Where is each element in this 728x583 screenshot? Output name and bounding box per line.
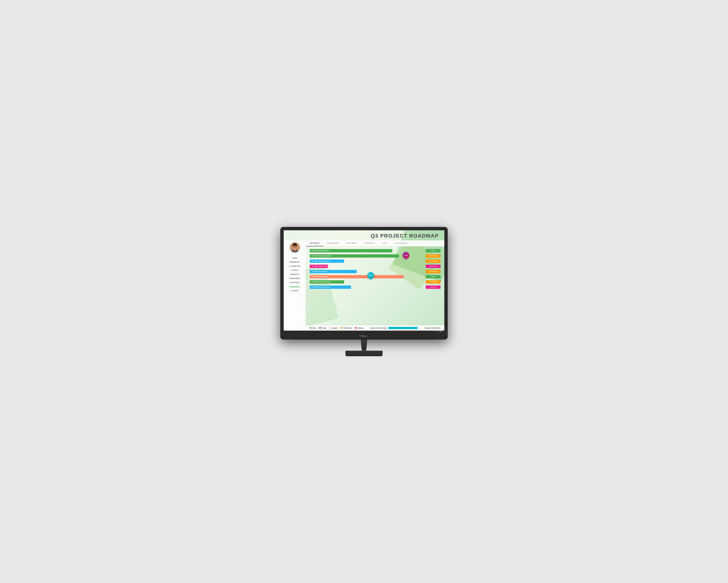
legend-label-support: Support — [332, 327, 338, 329]
screen-content: Q3 PROJECT ROADMAP — [284, 230, 444, 331]
table-row: Job 88641: CEO Presentation IN PROGRESS — [310, 280, 441, 284]
indicator-dot-3 — [437, 331, 438, 332]
gantt-bar-container: Job 4568: Tutorial Pages — [310, 275, 424, 278]
stand-base — [345, 351, 383, 356]
bottom-bar: Inbox Travel Support — [306, 325, 444, 331]
status-badge-8: ON HOLD — [426, 285, 441, 289]
table-row: Job 33581: Website Redesign ON HOLD — [310, 264, 441, 268]
cost-estimate-label: Quarter Cost Estimate — [370, 327, 387, 329]
legend-settings: Settings — [355, 327, 363, 329]
monitor-wrapper: Q3 PROJECT ROADMAP — [280, 227, 448, 356]
check-button[interactable]: Check — [367, 272, 374, 279]
sidebar-item-logout[interactable]: LOGOUT — [284, 288, 306, 293]
gantt-bar-6[interactable]: Job 4568: Tutorial Pages — [310, 275, 404, 278]
sidebar-item-timesheet[interactable]: TIMESHEET — [284, 284, 306, 288]
legend-notifications: Notifications — [340, 327, 352, 329]
legend-support: Support — [329, 327, 338, 329]
table-row: Job 25698: Client Intake IN PROGRESS — [310, 270, 441, 274]
sidebar-item-home[interactable]: HOME — [284, 256, 306, 260]
legend-dot-inbox — [310, 327, 311, 329]
legend-dot-notifications — [340, 327, 342, 329]
sidebar-item-personnel[interactable]: PERSONNEL — [284, 276, 306, 280]
gantt-bar-7[interactable]: Job 88641: CEO Presentation — [310, 280, 344, 284]
send-button[interactable]: Send — [403, 252, 409, 259]
svg-point-10 — [293, 248, 296, 251]
gantt-bar-1[interactable]: Job 72368: Recruiter Sales — [310, 249, 392, 252]
gantt-bar-container: Job 33581: Website Redesign — [310, 265, 424, 268]
sidebar-item-invoicing[interactable]: INVOICING — [284, 280, 306, 284]
tab-cost[interactable]: COST — [378, 240, 391, 246]
sidebar-item-projects[interactable]: PROJECTS — [284, 260, 306, 264]
status-badge-1: DONE — [426, 249, 441, 252]
legend-label-inbox: Inbox — [312, 327, 316, 329]
status-badge-6: DONE — [426, 275, 441, 278]
tab-retainer[interactable]: RETAINER — [343, 240, 360, 246]
status-badge-5: IN PROGRESS — [426, 270, 441, 273]
gantt-bar-5[interactable]: Job 25698: Client Intake — [310, 270, 357, 273]
table-row: Job 7235: Centennial Contract IN PROGRES… — [310, 254, 441, 258]
table-row: Job 98564: Financial Review ON HOLD — [310, 285, 441, 289]
sidebar-item-reports[interactable]: REPORTS — [284, 272, 306, 276]
stand-neck — [358, 339, 370, 351]
monitor-bezel: Q3 PROJECT ROADMAP — [280, 227, 448, 339]
title-area: Q3 PROJECT ROADMAP — [284, 230, 444, 240]
monitor-bottom-bar — [284, 331, 444, 332]
cost-bar — [388, 327, 418, 329]
table-row: Job 33581: Portfolio Review IN PROGRESS — [310, 259, 441, 263]
roadmap-content: Send Check Job 72368: Recruiter Sales DO… — [306, 247, 444, 325]
sidebar: HOME PROJECTS CALENDARS CLIENTS REPORTS … — [284, 240, 306, 331]
gantt-bar-container: Job 33581: Portfolio Review — [310, 259, 424, 263]
tab-schedule[interactable]: SCHEDULE — [360, 240, 379, 246]
monitor-screen: Q3 PROJECT ROADMAP — [284, 230, 444, 331]
legend-travel: Travel — [319, 327, 326, 329]
sidebar-item-clients[interactable]: CLIENTS — [284, 268, 306, 272]
gantt-bar-container: Job 72368: Recruiter Sales — [310, 249, 424, 252]
page-title: Q3 PROJECT ROADMAP — [289, 233, 439, 239]
status-badge-4: ON HOLD — [426, 265, 441, 268]
main-layout: HOME PROJECTS CALENDARS CLIENTS REPORTS … — [284, 240, 444, 331]
avatar — [289, 242, 301, 253]
nav-items: HOME PROJECTS CALENDARS CLIENTS REPORTS … — [284, 256, 306, 293]
tab-documents[interactable]: DOCUMENTS — [391, 240, 411, 246]
table-row: Job 72368: Recruiter Sales DONE — [310, 249, 441, 253]
tab-personnel[interactable]: PERSONNEL — [323, 240, 343, 246]
legend-dot-settings — [355, 327, 357, 329]
legend-dot-travel — [319, 327, 321, 329]
table-row: Job 4568: Tutorial Pages DONE — [310, 275, 441, 279]
gantt-bar-container: Job 88641: CEO Presentation — [310, 280, 424, 284]
gantt-bar-container: Job 98564: Financial Review — [310, 285, 424, 289]
gantt-bar-container: Job 25698: Client Intake — [310, 270, 424, 273]
dell-brand-logo: D◆LL — [360, 334, 368, 337]
tab-roadmap[interactable]: ROADMAP — [306, 240, 323, 246]
gantt-bar-3[interactable]: Job 33581: Portfolio Review — [310, 259, 344, 263]
cost-estimate: Quarter Cost Estimate — [370, 327, 418, 329]
legend-label-settings: Settings — [357, 327, 363, 329]
status-badge-3: IN PROGRESS — [426, 259, 441, 263]
indicator-dot-1 — [434, 331, 435, 332]
content-area: ROADMAP PERSONNEL RETAINER SCHEDULE COST… — [306, 240, 444, 331]
legend-label-travel: Travel — [321, 327, 326, 329]
indicator-dot-2 — [436, 331, 437, 332]
legend-dot-support — [329, 327, 331, 329]
budget-text: Budget: $105,256.69 — [424, 327, 441, 329]
gantt-bar-2[interactable]: Job 7235: Centennial Contract — [310, 254, 399, 258]
power-indicator — [439, 331, 442, 332]
sidebar-item-calendars[interactable]: CALENDARS — [284, 264, 306, 268]
legend-inbox: Inbox — [310, 327, 316, 329]
status-badge-2: IN PROGRESS — [426, 254, 441, 258]
legend-label-notifications: Notifications — [343, 327, 352, 329]
gantt-bar-8[interactable]: Job 98564: Financial Review — [310, 285, 351, 289]
gantt-bar-4[interactable]: Job 33581: Website Redesign — [310, 265, 328, 268]
tab-bar: ROADMAP PERSONNEL RETAINER SCHEDULE COST… — [306, 240, 444, 247]
status-badge-7: IN PROGRESS — [426, 280, 441, 284]
monitor-stand — [345, 339, 383, 356]
